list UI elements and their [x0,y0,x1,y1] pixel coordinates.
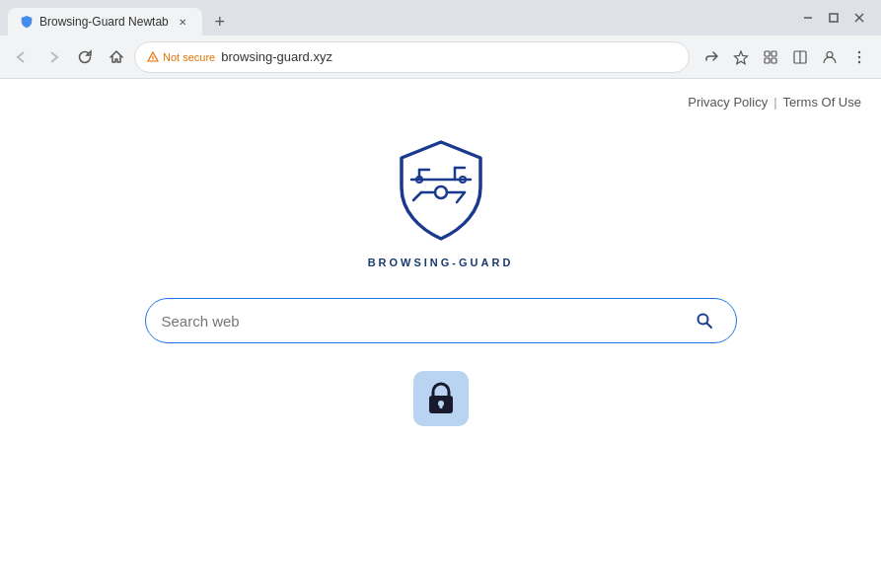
reload-icon [77,49,93,65]
search-button[interactable] [689,305,720,336]
share-button[interactable] [697,43,725,71]
svg-rect-1 [830,14,838,22]
search-container [145,298,737,343]
search-input[interactable] [162,313,681,330]
warning-icon [147,51,159,63]
person-icon [822,49,838,65]
tab-close-button[interactable]: ✕ [175,14,190,30]
page-content: Privacy Policy | Terms Of Use [0,79,881,588]
bookmark-button[interactable] [727,43,755,71]
forward-button[interactable] [39,43,67,71]
home-icon [109,49,124,65]
url-bar[interactable]: Not secure [134,41,690,73]
share-icon [703,49,719,65]
lock-widget[interactable] [413,371,469,426]
browser-frame: Browsing-Guard Newtab ✕ + [0,0,881,588]
close-button[interactable] [853,12,865,24]
svg-marker-6 [735,51,748,64]
reload-button[interactable] [71,43,99,71]
svg-line-26 [457,192,465,202]
url-input[interactable] [221,49,677,64]
more-icon [851,49,867,65]
svg-rect-9 [765,58,770,63]
svg-point-5 [152,59,153,60]
svg-line-25 [413,192,421,200]
address-bar: Not secure [0,36,881,79]
minimize-button[interactable] [802,12,814,24]
svg-point-14 [858,50,860,52]
privacy-policy-link[interactable]: Privacy Policy [688,95,768,110]
svg-point-22 [435,186,447,198]
svg-rect-8 [771,51,776,56]
extensions-button[interactable] [757,43,784,71]
security-indicator: Not secure [147,51,215,63]
title-bar: Browsing-Guard Newtab ✕ + [0,0,881,36]
tab-title: Browsing-Guard Newtab [39,15,169,29]
forward-icon [45,49,61,65]
browsing-guard-logo [394,138,488,247]
home-button[interactable] [103,43,130,71]
new-tab-button[interactable]: + [206,8,234,36]
maximize-icon [828,12,840,24]
back-button[interactable] [8,43,36,71]
top-links: Privacy Policy | Terms Of Use [688,95,861,110]
puzzle-icon [763,49,778,65]
back-icon [14,49,30,65]
star-icon [733,49,749,65]
logo-text: BROWSING-GUARD [368,257,514,268]
links-separator: | [773,95,776,110]
tab-favicon [20,15,34,29]
maximize-button[interactable] [828,12,840,24]
close-icon [853,12,865,24]
svg-rect-33 [439,404,442,408]
toolbar-actions [697,43,873,71]
terms-of-use-link[interactable]: Terms Of Use [783,95,861,110]
search-icon [696,312,713,330]
menu-button[interactable] [845,43,873,71]
split-icon [792,49,808,65]
browser-tab[interactable]: Browsing-Guard Newtab ✕ [8,8,202,36]
tab-strip: Browsing-Guard Newtab ✕ + [8,0,802,36]
minimize-icon [802,12,814,24]
svg-point-16 [858,60,860,62]
svg-rect-7 [765,51,770,56]
lock-icon [425,382,457,415]
window-controls [802,12,873,24]
svg-line-30 [706,324,711,329]
window-split-button[interactable] [786,43,814,71]
logo-area: BROWSING-GUARD [368,138,514,268]
profile-button[interactable] [816,43,844,71]
security-label: Not secure [163,51,215,63]
svg-point-15 [858,55,860,57]
svg-rect-10 [771,58,776,63]
